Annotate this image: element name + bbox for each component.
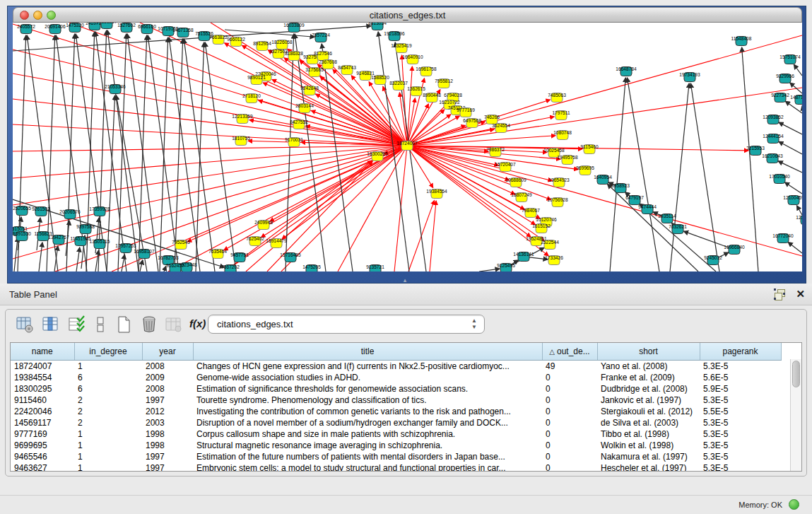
table-cell: 9777169: [11, 428, 74, 440]
vertical-scrollbar[interactable]: [790, 359, 801, 472]
table-row[interactable]: 911546021997Tourette syndrome. Phenomeno…: [11, 395, 781, 406]
column-header-out-de-[interactable]: △out_de...: [542, 343, 597, 361]
column-header-in-degree[interactable]: in_degree: [74, 343, 142, 361]
graph-node-label: 9699695: [576, 165, 594, 170]
graph-node-label: 15716485: [280, 252, 301, 257]
network-window-titlebar[interactable]: citations_edges.txt: [13, 7, 802, 23]
network-file-select[interactable]: citations_edges.txt ▲▼: [208, 315, 485, 334]
graph-edge: [272, 79, 407, 146]
graph-node-label: 7625402: [246, 236, 264, 241]
graph-node-label: 2520655: [13, 206, 31, 211]
table-row[interactable]: 2242004622012Investigating the contribut…: [11, 406, 781, 417]
table-cell: 5.9E-5: [700, 383, 781, 395]
table-row[interactable]: 1938455462009Genome-wide association stu…: [11, 372, 781, 383]
graph-node-label: 9329966: [776, 74, 794, 78]
column-header-title[interactable]: title: [193, 343, 542, 361]
graph-node-label: 9457791: [230, 252, 249, 257]
table-column-settings-icon[interactable]: [16, 315, 34, 334]
column-header-year[interactable]: year: [142, 343, 193, 361]
graph-node-label: 7955812: [435, 78, 453, 83]
graph-edge: [140, 260, 143, 271]
graph-edge: [139, 35, 147, 271]
network-view-window[interactable]: citations_edges.txt 18724007766382296601…: [13, 7, 802, 271]
graph-node-label: 18325419: [391, 43, 412, 48]
table-cell: Disruption of a novel member of a sodium…: [193, 417, 542, 428]
close-panel-icon[interactable]: ✕: [796, 288, 805, 300]
graph-edge: [627, 78, 659, 271]
function-icon[interactable]: f(x): [189, 317, 208, 336]
scrollbar-thumb[interactable]: [792, 361, 800, 387]
column-header-name[interactable]: name: [11, 343, 74, 361]
new-table-document-icon[interactable]: [114, 315, 133, 334]
graph-node-label: 7485063: [548, 93, 566, 98]
show-column-icon[interactable]: [41, 315, 59, 334]
graph-edge: [224, 146, 407, 250]
graph-node-label: 15751074: [779, 54, 801, 59]
graph-node-label: 9162457: [166, 263, 184, 268]
table-cell: Dudbridge et al. (2008): [597, 383, 700, 395]
table-cell: 0: [542, 440, 597, 451]
row-height-icon[interactable]: [91, 315, 110, 334]
table-panel-title: Table Panel: [9, 289, 57, 300]
graph-node-label: 18300295: [367, 151, 388, 156]
table-cell: Structural magnetic resonance image aver…: [193, 440, 542, 451]
column-header-short[interactable]: short: [597, 343, 700, 361]
table-row[interactable]: 1872400712008Changes of HCN gene express…: [11, 361, 781, 373]
graph-node-label: 1810755: [232, 136, 250, 141]
memory-status-indicator[interactable]: [789, 499, 799, 510]
graph-node-label: 6497568: [463, 118, 481, 123]
table-cell: 2008: [142, 383, 193, 395]
graph-edge: [407, 146, 802, 256]
column-header-pagerank[interactable]: pagerank: [700, 343, 781, 361]
float-window-icon[interactable]: [774, 288, 785, 300]
table-cell: 9699695: [11, 440, 74, 451]
table-cell: 18300295: [11, 383, 74, 395]
splitter-grip[interactable]: ▴: [400, 277, 410, 284]
select-rows-check-icon[interactable]: [67, 315, 86, 334]
graph-node-label: 1527602: [117, 23, 136, 28]
delete-table-icon[interactable]: [140, 315, 158, 334]
table-cell: 2003: [142, 417, 193, 428]
graph-node-label: 9115460: [580, 144, 599, 149]
table-cell: 5.3E-5: [700, 462, 781, 472]
network-canvas[interactable]: 1872400776638229660122891295418226058932…: [13, 23, 802, 271]
graph-node-label: 7984067: [522, 208, 540, 213]
table-row[interactable]: 946554611997Estimation of the future num…: [11, 451, 781, 462]
table-cell: Nakamura et al. (1997): [597, 451, 700, 462]
table-row[interactable]: 1830029562008Estimation of significance …: [11, 383, 781, 395]
table-cell: Genome-wide association studies in ADHD.: [193, 372, 542, 383]
table-row[interactable]: 1456911722003Disruption of a novel membe…: [11, 417, 781, 428]
table-cell: 2009: [142, 372, 193, 383]
graph-node-label: 21053346: [105, 84, 126, 89]
graph-node-label: 14136141: [513, 252, 534, 257]
graph-node-label: 8127546: [314, 51, 332, 56]
graph-node-label: 1080748: [553, 130, 572, 135]
graph-node-label: 7567202: [221, 264, 240, 269]
graph-node-label: 1362615: [407, 86, 425, 91]
table-cell: 1997: [142, 451, 193, 462]
graph-edge: [175, 39, 183, 271]
graph-node-label: 9777169: [457, 107, 475, 112]
graph-edge: [742, 47, 758, 271]
graph-node-label: 10120746: [536, 217, 557, 222]
table-row[interactable]: 977716911998Corpus callosum shape and si…: [11, 428, 781, 440]
table-cell: Stergiakouli et al. (2012): [597, 406, 700, 417]
network-graph-svg: 1872400776638229660122891295418226058932…: [13, 23, 802, 271]
graph-edge: [779, 141, 802, 154]
table-cell: 5.5E-5: [700, 406, 781, 417]
graph-node-label: 20206576: [59, 209, 81, 214]
graph-node-label: 14671358: [172, 28, 194, 33]
graph-node-label: 11451945: [71, 236, 91, 241]
graph-node-label: 2522544: [541, 240, 559, 245]
network-window-title: citations_edges.txt: [13, 10, 801, 21]
graph-node-label: 9397588: [76, 224, 95, 229]
graph-node-label: 16033809: [283, 23, 305, 28]
graph-node-label: 10688609: [505, 177, 526, 182]
graph-edge: [225, 146, 407, 271]
table-cell: 2008: [142, 361, 193, 373]
graph-node-label: 10756928: [547, 197, 568, 202]
table-cell: 5.3E-5: [700, 451, 781, 462]
table-row[interactable]: 946362711997Embryonic stem cells: a mode…: [11, 462, 781, 472]
graph-node-label: 2367608: [319, 59, 337, 64]
table-row[interactable]: 969969511998Structural magnetic resonanc…: [11, 440, 781, 451]
